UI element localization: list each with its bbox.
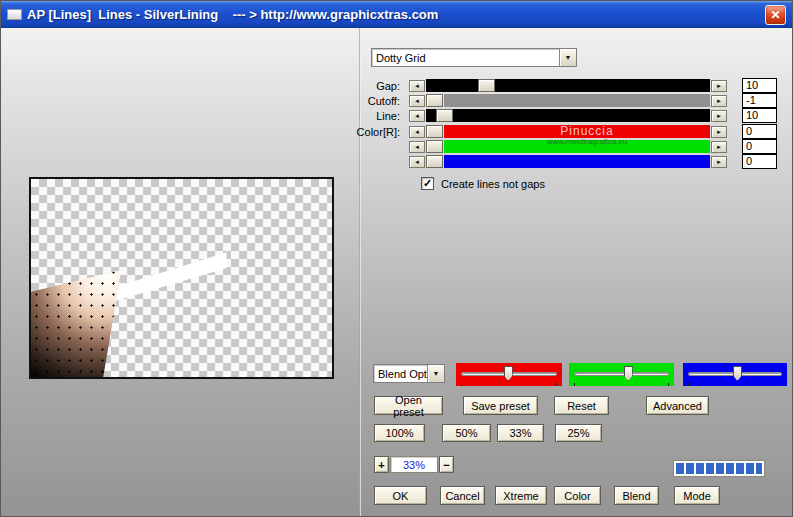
save-preset-button[interactable]: Save preset [463, 396, 538, 415]
color-r-value[interactable]: 0 [742, 124, 777, 139]
blend-options-dropdown[interactable]: Blend Optio ▼ [373, 364, 445, 383]
preset-dropdown-button[interactable]: ▼ [559, 49, 576, 66]
preview-canvas[interactable] [29, 177, 334, 379]
arrow-right-icon: ► [716, 113, 722, 119]
gap-label: Gap: [331, 80, 409, 92]
cutoff-thumb[interactable] [426, 94, 443, 107]
color-button[interactable]: Color [554, 486, 601, 505]
red-channel-trackbar[interactable] [456, 363, 562, 386]
gap-thumb[interactable] [478, 79, 495, 92]
color-r-track[interactable] [444, 125, 710, 138]
color-g-decrease-button[interactable]: ◄ [409, 141, 425, 153]
color-g-slider-row: ◄ ► [331, 140, 727, 153]
zoom-level-display: 33% [390, 456, 438, 473]
create-lines-label: Create lines not gaps [441, 178, 545, 190]
color-b-thumb[interactable] [426, 155, 443, 168]
zoom-50-button[interactable]: 50% [442, 424, 491, 442]
color-b-increase-button[interactable]: ► [711, 156, 727, 168]
color-r-slider-row: Color[R]: ◄ ► [331, 125, 727, 138]
cutoff-decrease-button[interactable]: ◄ [409, 95, 425, 107]
mode-button[interactable]: Mode [674, 486, 720, 505]
color-b-slider-row: ◄ ► [331, 155, 727, 168]
plugin-window: AP [Lines] Lines - SilverLining --- > ht… [0, 0, 793, 517]
color-g-increase-button[interactable]: ► [711, 141, 727, 153]
app-icon [7, 9, 22, 20]
reset-button[interactable]: Reset [554, 396, 609, 415]
cutoff-slider[interactable] [426, 94, 710, 107]
line-slider-row: Line: ◄ ► [331, 109, 727, 122]
close-icon: ✕ [770, 8, 780, 22]
chevron-down-icon: ▼ [433, 370, 440, 377]
open-preset-button[interactable]: Open preset [374, 396, 443, 415]
preset-dropdown-value: Dotty Grid [372, 52, 559, 64]
color-r-thumb[interactable] [426, 125, 443, 138]
green-channel-trackbar[interactable] [569, 363, 674, 386]
check-icon: ✓ [423, 178, 432, 189]
title-bar[interactable]: AP [Lines] Lines - SilverLining --- > ht… [1, 1, 792, 28]
line-decrease-button[interactable]: ◄ [409, 110, 425, 122]
gap-track[interactable] [426, 79, 710, 92]
blend-button[interactable]: Blend [614, 486, 659, 505]
zoom-in-button[interactable]: + [374, 456, 389, 473]
line-increase-button[interactable]: ► [711, 110, 727, 122]
progress-bar-fill [676, 463, 762, 474]
gap-slider-row: Gap: ◄ ► [331, 79, 727, 92]
line-value[interactable]: 10 [742, 108, 777, 123]
gap-increase-button[interactable]: ► [711, 80, 727, 92]
zoom-100-button[interactable]: 100% [374, 424, 425, 442]
zoom-out-button[interactable]: − [439, 456, 454, 473]
red-trackbar-thumb[interactable] [504, 366, 513, 381]
cutoff-increase-button[interactable]: ► [711, 95, 727, 107]
green-trackbar-groove [574, 372, 669, 376]
xtreme-button[interactable]: Xtreme [495, 486, 547, 505]
line-track[interactable] [426, 109, 710, 122]
arrow-right-icon: ► [716, 129, 722, 135]
window-title: AP [Lines] Lines - SilverLining --- > ht… [27, 7, 765, 22]
color-g-thumb[interactable] [426, 140, 443, 153]
color-g-slider[interactable] [426, 140, 710, 153]
color-b-value[interactable]: 0 [742, 154, 777, 169]
arrow-right-icon: ► [716, 159, 722, 165]
color-g-track[interactable] [444, 140, 710, 153]
cutoff-label: Cutoff: [331, 95, 409, 107]
gap-value[interactable]: 10 [742, 78, 777, 93]
color-b-decrease-button[interactable]: ◄ [409, 156, 425, 168]
line-slider[interactable] [426, 109, 710, 122]
close-button[interactable]: ✕ [765, 5, 786, 25]
color-r-increase-button[interactable]: ► [711, 126, 727, 138]
line-label: Line: [331, 110, 409, 122]
color-r-decrease-button[interactable]: ◄ [409, 126, 425, 138]
cancel-button[interactable]: Cancel [440, 486, 485, 505]
arrow-right-icon: ► [716, 83, 722, 89]
line-thumb[interactable] [436, 109, 453, 122]
zoom-33-button[interactable]: 33% [497, 424, 544, 442]
blue-trackbar-thumb[interactable] [733, 366, 742, 381]
cutoff-slider-row: Cutoff: ◄ ► [331, 94, 727, 107]
gap-slider[interactable] [426, 79, 710, 92]
color-g-value[interactable]: 0 [742, 139, 777, 154]
gap-decrease-button[interactable]: ◄ [409, 80, 425, 92]
preset-dropdown[interactable]: Dotty Grid ▼ [371, 48, 577, 67]
create-lines-checkbox-row[interactable]: ✓ Create lines not gaps [421, 177, 545, 190]
color-b-slider[interactable] [426, 155, 710, 168]
arrow-left-icon: ◄ [414, 83, 420, 89]
color-b-track[interactable] [444, 155, 710, 168]
cutoff-track[interactable] [444, 94, 710, 107]
arrow-right-icon: ► [716, 98, 722, 104]
arrow-left-icon: ◄ [414, 98, 420, 104]
green-trackbar-thumb[interactable] [624, 366, 633, 381]
arrow-left-icon: ◄ [414, 159, 420, 165]
arrow-left-icon: ◄ [414, 129, 420, 135]
color-r-slider[interactable] [426, 125, 710, 138]
zoom-25-button[interactable]: 25% [555, 424, 602, 442]
advanced-button[interactable]: Advanced [646, 396, 709, 415]
blue-channel-trackbar[interactable] [683, 363, 787, 386]
blend-options-value: Blend Optio [374, 368, 427, 380]
cutoff-value[interactable]: -1 [742, 93, 777, 108]
ok-button[interactable]: OK [374, 486, 427, 505]
arrow-left-icon: ◄ [414, 144, 420, 150]
color-r-label: Color[R]: [331, 126, 409, 138]
blend-options-button[interactable]: ▼ [427, 365, 444, 382]
create-lines-checkbox[interactable]: ✓ [421, 177, 434, 190]
progress-bar [673, 460, 765, 477]
